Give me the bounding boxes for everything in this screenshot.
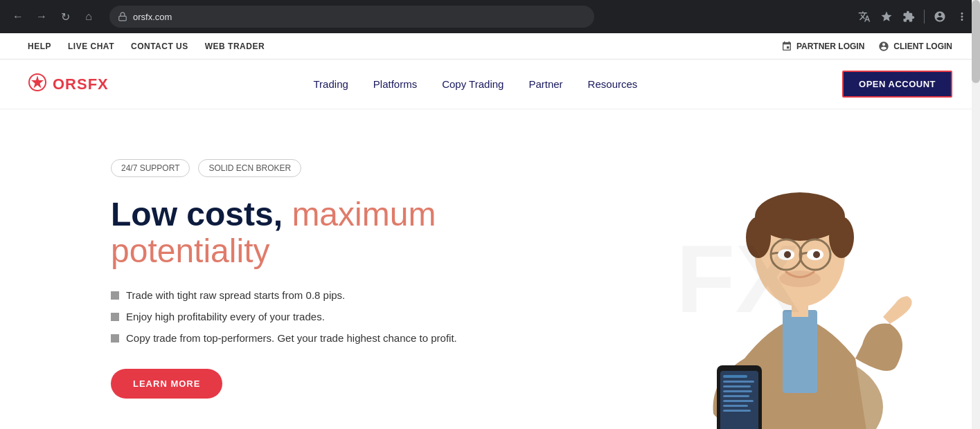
bullet-square-1 bbox=[111, 291, 119, 300]
home-button[interactable]: ⌂ bbox=[79, 7, 98, 26]
support-badge: 24/7 SUPPORT bbox=[111, 159, 190, 177]
bullet-text-2: Enjoy high profitability every of your t… bbox=[126, 311, 325, 322]
nav-partner[interactable]: Partner bbox=[528, 78, 562, 90]
learn-more-button[interactable]: LEARN MORE bbox=[111, 369, 222, 399]
open-account-button[interactable]: OPEN ACCOUNT bbox=[842, 71, 952, 98]
forward-button[interactable]: → bbox=[32, 7, 51, 26]
nav-trading[interactable]: Trading bbox=[314, 78, 348, 90]
nav-links: Trading Platforms Copy Trading Partner R… bbox=[314, 78, 638, 90]
nav-resources[interactable]: Resources bbox=[588, 78, 638, 90]
contact-us-link[interactable]: CONTACT US bbox=[131, 42, 188, 51]
utility-left-links: HELP LIVE CHAT CONTACT US WEB TRADER bbox=[28, 42, 265, 51]
bullet-item-2: Enjoy high profitability every of your t… bbox=[111, 311, 596, 322]
url-text: orsfx.com bbox=[133, 12, 172, 22]
star-icon[interactable] bbox=[877, 7, 896, 26]
address-bar-wrap: orsfx.com bbox=[109, 6, 594, 28]
web-trader-link[interactable]: WEB TRADER bbox=[205, 42, 265, 51]
utility-right-links: PARTNER LOGIN CLIENT LOGIN bbox=[781, 41, 952, 52]
back-button[interactable]: ← bbox=[8, 7, 28, 26]
ecn-badge: SOLID ECN BROKER bbox=[198, 159, 301, 177]
svg-rect-23 bbox=[723, 390, 752, 392]
bullet-item-3: Copy trade from top-performers. Get your… bbox=[111, 332, 596, 344]
hero-title: Low costs, maximum potentiality bbox=[111, 197, 596, 270]
address-bar[interactable]: orsfx.com bbox=[109, 6, 594, 28]
svg-point-16 bbox=[813, 251, 820, 258]
refresh-button[interactable]: ↻ bbox=[55, 7, 75, 26]
translate-icon[interactable] bbox=[855, 7, 874, 26]
scrollbar[interactable] bbox=[972, 0, 980, 429]
svg-rect-0 bbox=[119, 16, 127, 20]
browser-actions bbox=[855, 7, 972, 26]
bullet-square-2 bbox=[111, 313, 119, 321]
svg-marker-2 bbox=[31, 75, 44, 89]
svg-point-9 bbox=[829, 217, 854, 258]
hero-title-main: Low costs, bbox=[111, 196, 283, 232]
divider bbox=[924, 10, 925, 24]
logo[interactable]: ORSFX bbox=[28, 73, 109, 96]
logo-text: ORSFX bbox=[53, 75, 109, 93]
hero-bullets: Trade with tight raw spread starts from … bbox=[111, 289, 596, 344]
live-chat-link[interactable]: LIVE CHAT bbox=[68, 42, 114, 51]
utility-bar: HELP LIVE CHAT CONTACT US WEB TRADER PAR… bbox=[0, 33, 980, 60]
lock-icon bbox=[118, 12, 127, 21]
menu-icon[interactable] bbox=[952, 7, 972, 26]
logo-icon bbox=[28, 73, 47, 96]
bullet-square-3 bbox=[111, 334, 119, 343]
hero-watermark: FX bbox=[676, 223, 800, 335]
svg-rect-26 bbox=[723, 405, 748, 407]
scrollbar-thumb[interactable] bbox=[972, 0, 980, 83]
bullet-item-1: Trade with tight raw spread starts from … bbox=[111, 289, 596, 301]
svg-rect-24 bbox=[723, 395, 749, 397]
hero-section: 24/7 SUPPORT SOLID ECN BROKER Low costs,… bbox=[0, 109, 980, 429]
badge-row: 24/7 SUPPORT SOLID ECN BROKER bbox=[111, 159, 596, 177]
nav-copy-trading[interactable]: Copy Trading bbox=[442, 78, 504, 90]
bullet-text-3: Copy trade from top-performers. Get your… bbox=[126, 332, 457, 344]
svg-rect-21 bbox=[723, 381, 754, 383]
svg-rect-25 bbox=[723, 400, 754, 402]
svg-rect-20 bbox=[723, 375, 747, 378]
browser-nav-buttons: ← → ↻ ⌂ bbox=[8, 7, 98, 26]
browser-chrome: ← → ↻ ⌂ orsfx.com bbox=[0, 0, 980, 33]
bullet-text-1: Trade with tight raw spread starts from … bbox=[126, 289, 345, 301]
extension-icon[interactable] bbox=[899, 7, 918, 26]
svg-rect-27 bbox=[723, 410, 751, 412]
partner-login-link[interactable]: PARTNER LOGIN bbox=[781, 41, 864, 52]
main-nav: ORSFX Trading Platforms Copy Trading Par… bbox=[0, 60, 980, 109]
svg-rect-22 bbox=[723, 385, 751, 387]
hero-content: 24/7 SUPPORT SOLID ECN BROKER Low costs,… bbox=[111, 159, 596, 399]
partner-icon bbox=[781, 41, 792, 52]
client-login-link[interactable]: CLIENT LOGIN bbox=[878, 41, 952, 52]
help-link[interactable]: HELP bbox=[28, 42, 51, 51]
profile-icon[interactable] bbox=[930, 7, 950, 26]
orsfx-logo-icon bbox=[28, 73, 47, 92]
nav-platforms[interactable]: Platforms bbox=[373, 78, 417, 90]
hero-image bbox=[620, 109, 980, 429]
user-icon bbox=[878, 41, 889, 52]
